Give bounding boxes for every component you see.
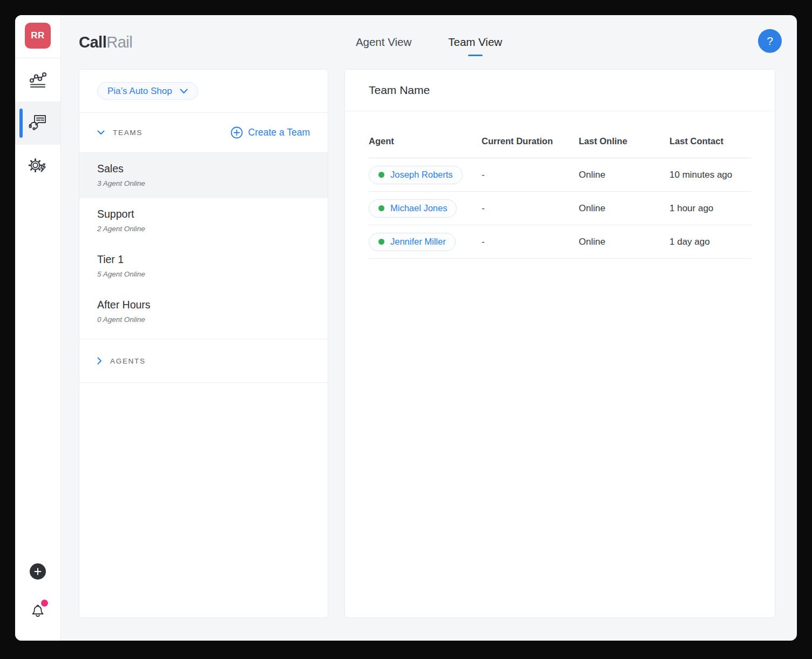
last-online-cell: Online [579,237,669,247]
agent-cell: Joseph Roberts [369,166,482,184]
company-selector-label: Pia’s Auto Shop [107,86,172,97]
table-header-row: Agent Current Duration Last Online Last … [369,111,751,158]
team-name: Support [97,208,310,220]
table-row: Michael Jones - Online 1 hour ago [369,192,751,225]
team-title-row: Team Name [345,70,775,111]
team-name: After Hours [97,299,310,311]
agents-section-label: AGENTS [110,357,146,365]
notification-dot [41,600,48,607]
teams-panel: Pia’s Auto Shop [79,69,328,618]
team-list-item[interactable]: Support 2 Agent Online [79,198,328,244]
logo-light: Rail [106,33,132,51]
sidebar-item-settings[interactable] [15,145,60,188]
view-tabs: Agent View Team View [355,15,503,69]
settings-icon [27,156,49,177]
last-online-cell: Online [579,203,669,214]
active-indicator-bar [19,109,23,138]
current-duration-cell: - [482,203,579,214]
analytics-icon [28,70,48,90]
team-detail-panel: Team Name Agent Current Duration Last On… [344,69,775,618]
top-bar: CallRail Agent View Team View ? [61,15,797,69]
last-contact-cell: 1 day ago [669,237,751,247]
logo-bold: Call [79,33,106,51]
team-status: 5 Agent Online [97,270,310,278]
last-contact-cell: 1 hour ago [669,203,751,214]
column-header-last-contact: Last Contact [669,136,751,146]
team-list-item[interactable]: After Hours 0 Agent Online [79,289,328,334]
current-duration-cell: - [482,237,579,247]
agents-table: Agent Current Duration Last Online Last … [345,111,775,259]
agents-section-header[interactable]: AGENTS [79,339,328,383]
sidebar-item-conversations[interactable] [15,102,60,145]
team-name: Sales [97,163,310,175]
column-header-agent: Agent [369,136,482,146]
company-selector-row: Pia’s Auto Shop [79,70,328,113]
agent-cell: Michael Jones [369,199,482,218]
main-area: CallRail Agent View Team View ? Pia’s Au… [61,15,797,641]
agent-name-link: Michael Jones [390,203,447,213]
online-status-dot [378,172,384,178]
teams-section-label: TEAMS [113,129,143,137]
chevron-right-icon [97,357,102,365]
chevron-down-icon [97,130,105,135]
team-name: Tier 1 [97,253,310,266]
team-status: 0 Agent Online [97,315,310,324]
conversations-icon [27,112,49,134]
agent-name-link: Joseph Roberts [390,170,453,180]
notifications-button[interactable] [30,602,46,618]
team-title: Team Name [369,84,430,97]
agent-name-link: Jennifer Miller [390,237,446,247]
team-list-item[interactable]: Tier 1 5 Agent Online [79,244,328,289]
agents-section-toggle: AGENTS [97,357,146,365]
column-header-current-duration: Current Duration [482,136,579,146]
teams-section-toggle[interactable]: TEAMS [97,129,143,137]
company-selector[interactable]: Pia’s Auto Shop [97,82,198,100]
tab-team-view-label: Team View [448,36,502,48]
create-team-label: Create a Team [248,127,310,138]
team-status: 3 Agent Online [97,179,310,187]
add-button[interactable] [30,563,46,580]
agent-cell: Jennifer Miller [369,233,482,251]
active-tab-underline [468,55,483,57]
team-status: 2 Agent Online [97,225,310,233]
current-duration-cell: - [482,170,579,180]
table-body: Joseph Roberts - Online 10 minutes ago M… [369,158,751,259]
callrail-logo: CallRail [79,33,132,51]
table-row: Joseph Roberts - Online 10 minutes ago [369,158,751,192]
last-online-cell: Online [579,170,669,180]
rail-bottom [30,563,46,641]
tab-team-view[interactable]: Team View [447,32,503,52]
agent-pill[interactable]: Michael Jones [369,199,457,218]
app-window: RR [15,15,797,641]
online-status-dot [378,205,384,211]
agent-pill[interactable]: Joseph Roberts [369,166,463,184]
team-list-item[interactable]: Sales 3 Agent Online [79,153,328,198]
sidebar-item-analytics[interactable] [15,58,60,102]
teams-list: Sales 3 Agent Online Support 2 Agent Onl… [79,153,328,334]
plus-circle-icon [231,126,243,139]
teams-section-header: TEAMS Create a Team [79,113,328,153]
tab-agent-view[interactable]: Agent View [355,32,412,52]
create-team-button[interactable]: Create a Team [231,126,310,139]
online-status-dot [378,239,384,245]
help-button[interactable]: ? [758,29,782,53]
column-header-last-online: Last Online [579,136,669,146]
table-row: Jennifer Miller - Online 1 day ago [369,225,751,259]
avatar[interactable]: RR [25,23,51,49]
last-contact-cell: 10 minutes ago [669,170,751,180]
icon-rail: RR [15,15,61,641]
chevron-down-icon [180,89,188,94]
content-area: Pia’s Auto Shop [61,69,797,641]
agent-pill[interactable]: Jennifer Miller [369,233,456,251]
